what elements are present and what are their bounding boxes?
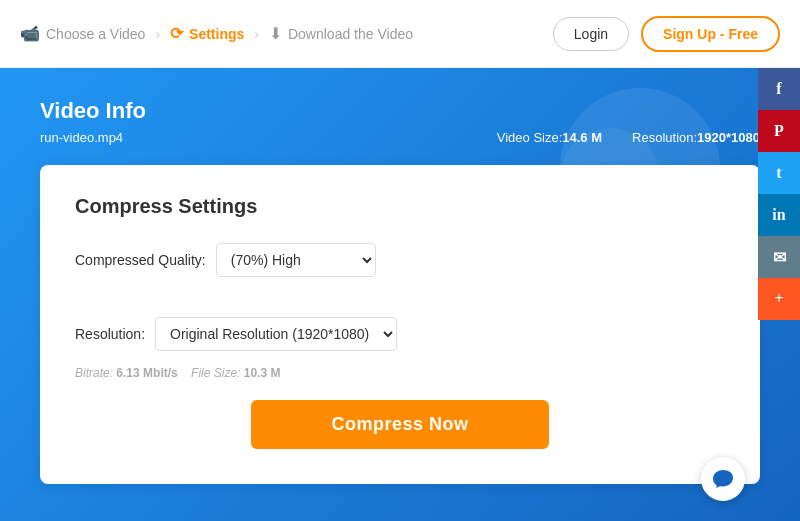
step-settings[interactable]: ⟳ Settings	[170, 24, 244, 43]
header: 📹 Choose a Video › ⟳ Settings › ⬇ Downlo…	[0, 0, 800, 68]
compress-settings-card: Compress Settings Compressed Quality: (9…	[40, 165, 760, 484]
login-button[interactable]: Login	[553, 17, 629, 51]
video-resolution: Resolution:1920*1080	[632, 130, 760, 145]
video-info-title: Video Info	[40, 98, 760, 124]
video-meta: run-video.mp4 Video Size:14.6 M Resoluti…	[40, 130, 760, 145]
step-download[interactable]: ⬇ Download the Video	[269, 24, 413, 43]
filesize-value: 10.3 M	[244, 366, 281, 380]
email-button[interactable]: ✉	[758, 236, 800, 278]
bitrate-info: Bitrate: 6.13 Mbit/s File Size: 10.3 M	[75, 366, 725, 380]
resolution-label: Resolution:	[75, 326, 145, 342]
step-choose-label: Choose a Video	[46, 26, 145, 42]
quality-label: Compressed Quality:	[75, 252, 206, 268]
facebook-button[interactable]: f	[758, 68, 800, 110]
header-buttons: Login Sign Up - Free	[553, 16, 780, 52]
main-area: Video Info run-video.mp4 Video Size:14.6…	[0, 68, 800, 521]
plus-button[interactable]: +	[758, 278, 800, 320]
settings-fields-row: Compressed Quality: (90%) Very High (70%…	[75, 243, 725, 351]
arrow-1: ›	[155, 26, 160, 42]
video-size-value: 14.6 M	[562, 130, 602, 145]
bitrate-label: Bitrate:	[75, 366, 113, 380]
video-filename: run-video.mp4	[40, 130, 123, 145]
step-choose[interactable]: 📹 Choose a Video	[20, 24, 145, 43]
social-bar: f P t in ✉ +	[758, 68, 800, 320]
chat-icon	[711, 467, 735, 491]
filesize-label: File Size:	[191, 366, 240, 380]
step-download-label: Download the Video	[288, 26, 413, 42]
video-size: Video Size:14.6 M	[497, 130, 602, 145]
choose-icon: 📹	[20, 24, 40, 43]
twitter-button[interactable]: t	[758, 152, 800, 194]
signup-button[interactable]: Sign Up - Free	[641, 16, 780, 52]
video-info-section: Video Info run-video.mp4 Video Size:14.6…	[40, 98, 760, 165]
step-settings-label: Settings	[189, 26, 244, 42]
chat-bubble-button[interactable]	[701, 457, 745, 501]
resolution-field: Resolution: Original Resolution (1920*10…	[75, 317, 397, 351]
linkedin-button[interactable]: in	[758, 194, 800, 236]
bitrate-value: 6.13 Mbit/s	[116, 366, 177, 380]
pinterest-button[interactable]: P	[758, 110, 800, 152]
compress-btn-wrapper: Compress Now	[75, 400, 725, 449]
steps-nav: 📹 Choose a Video › ⟳ Settings › ⬇ Downlo…	[20, 24, 553, 43]
video-resolution-value: 1920*1080	[697, 130, 760, 145]
download-icon: ⬇	[269, 24, 282, 43]
compress-now-button[interactable]: Compress Now	[251, 400, 548, 449]
arrow-2: ›	[254, 26, 259, 42]
resolution-select[interactable]: Original Resolution (1920*1080) 1280*720…	[155, 317, 397, 351]
quality-field: Compressed Quality: (90%) Very High (70%…	[75, 243, 376, 277]
settings-icon: ⟳	[170, 24, 183, 43]
compress-settings-title: Compress Settings	[75, 195, 725, 218]
video-size-resolution: Video Size:14.6 M Resolution:1920*1080	[497, 130, 760, 145]
quality-select[interactable]: (90%) Very High (70%) High (50%) Medium …	[216, 243, 376, 277]
